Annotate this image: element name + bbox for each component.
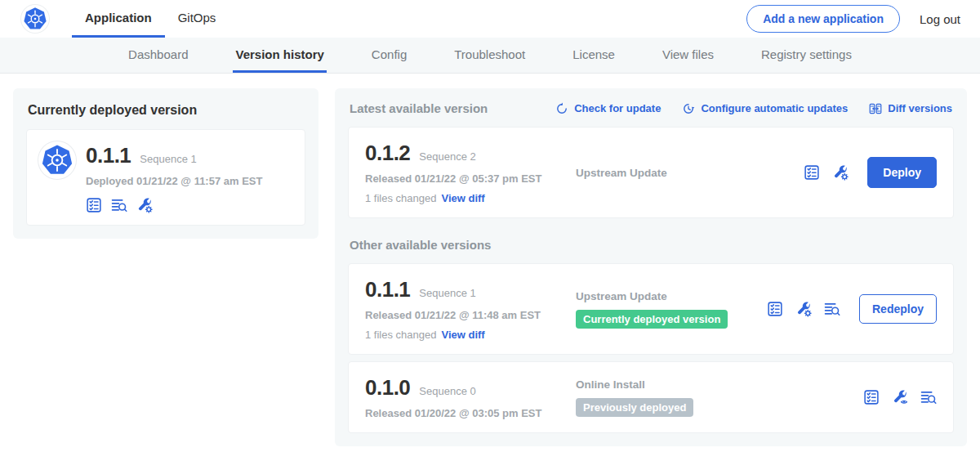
deployed-version-details: 0.1.1 Sequence 1 Deployed 01/21/22 @ 11:… bbox=[86, 141, 262, 213]
other-versions-title: Other available versions bbox=[350, 238, 952, 252]
top-tabs: Application GitOps bbox=[72, 0, 229, 38]
version-details: 0.1.1 Sequence 1 Released 01/21/22 @ 11:… bbox=[365, 277, 576, 341]
version-number: 0.1.0 bbox=[365, 375, 410, 401]
tab-gitops[interactable]: GitOps bbox=[165, 0, 229, 38]
refresh-icon bbox=[555, 102, 568, 115]
kubernetes-logo-icon bbox=[21, 5, 49, 33]
version-card-actions: Redeploy bbox=[767, 294, 937, 324]
kubernetes-app-icon bbox=[38, 141, 76, 179]
version-card: 0.1.0 Sequence 0 Released 01/20/22 @ 03:… bbox=[348, 361, 954, 433]
subnav-item-view-files[interactable]: View files bbox=[660, 38, 716, 73]
files-changed-label: 1 files changed bbox=[365, 192, 436, 204]
main-content: Currently deployed version 0.1.1 Sequenc… bbox=[0, 74, 980, 446]
version-history-panel: Latest available version Check for updat… bbox=[335, 88, 967, 446]
currently-deployed-title: Currently deployed version bbox=[28, 103, 305, 118]
version-released: Released 01/21/22 @ 05:37 pm EST bbox=[365, 172, 576, 185]
version-card-latest: 0.1.2 Sequence 2 Released 01/21/22 @ 05:… bbox=[348, 127, 954, 218]
source-label: Online Install bbox=[576, 378, 863, 391]
preflight-checklist-icon[interactable] bbox=[86, 197, 102, 213]
deployed-version-number: 0.1.1 bbox=[86, 143, 131, 168]
preflight-checklist-icon[interactable] bbox=[863, 389, 880, 405]
header-spacer bbox=[229, 0, 746, 38]
app-header: Application GitOps Add a new application… bbox=[0, 0, 980, 38]
currently-deployed-badge: Currently deployed version bbox=[576, 310, 728, 329]
tab-application[interactable]: Application bbox=[72, 0, 165, 38]
subnav-item-version-history[interactable]: Version history bbox=[233, 38, 326, 73]
version-number: 0.1.1 bbox=[365, 277, 410, 302]
version-card-actions: Deploy bbox=[804, 157, 937, 188]
tab-application-label: Application bbox=[85, 11, 152, 25]
files-changed-label: 1 files changed bbox=[365, 329, 436, 341]
view-config-icon[interactable] bbox=[892, 389, 908, 405]
previously-deployed-badge: Previously deployed bbox=[576, 398, 693, 417]
edit-config-icon[interactable] bbox=[795, 301, 812, 317]
view-diff-link[interactable]: View diff bbox=[441, 329, 484, 341]
deployed-version-card: 0.1.1 Sequence 1 Deployed 01/21/22 @ 11:… bbox=[26, 129, 305, 226]
preflight-checklist-icon[interactable] bbox=[804, 164, 820, 181]
subnav-item-troubleshoot[interactable]: Troubleshoot bbox=[452, 38, 528, 73]
deployed-actions bbox=[86, 197, 262, 213]
app-subnav: Dashboard Version history Config Trouble… bbox=[0, 38, 980, 74]
check-for-update-label: Check for update bbox=[574, 102, 661, 114]
latest-version-title: Latest available version bbox=[350, 101, 488, 115]
diff-icon bbox=[869, 102, 882, 115]
version-source: Online Install Previously deployed bbox=[576, 378, 863, 417]
view-diff-link[interactable]: View diff bbox=[441, 192, 484, 204]
subnav-item-dashboard[interactable]: Dashboard bbox=[126, 38, 190, 73]
auto-update-icon bbox=[682, 102, 695, 115]
version-source: Upstream Update bbox=[576, 167, 804, 179]
version-card-actions bbox=[863, 389, 937, 405]
version-released: Released 01/21/22 @ 11:48 am EST bbox=[365, 309, 576, 321]
subnav-item-license[interactable]: License bbox=[570, 38, 617, 73]
version-source: Upstream Update Currently deployed versi… bbox=[576, 290, 767, 329]
logout-link[interactable]: Log out bbox=[920, 12, 960, 26]
version-details: 0.1.2 Sequence 2 Released 01/21/22 @ 05:… bbox=[365, 141, 576, 204]
version-released: Released 01/20/22 @ 03:05 pm EST bbox=[365, 407, 576, 419]
deploy-logs-icon[interactable] bbox=[824, 301, 840, 317]
deploy-logs-icon[interactable] bbox=[111, 197, 127, 213]
deploy-button[interactable]: Deploy bbox=[867, 157, 937, 188]
diff-versions-link[interactable]: Diff versions bbox=[869, 102, 952, 115]
deployed-timestamp: Deployed 01/21/22 @ 11:57 am EST bbox=[86, 175, 262, 187]
configure-automatic-updates-label: Configure automatic updates bbox=[701, 102, 848, 114]
version-sequence: Sequence 1 bbox=[419, 287, 475, 299]
version-sequence: Sequence 2 bbox=[419, 150, 475, 163]
source-label: Upstream Update bbox=[576, 167, 804, 179]
edit-config-icon[interactable] bbox=[832, 164, 849, 181]
currently-deployed-panel: Currently deployed version 0.1.1 Sequenc… bbox=[13, 88, 318, 239]
subnav-item-config[interactable]: Config bbox=[369, 38, 409, 73]
version-actions: Check for update Configure automatic upd… bbox=[555, 102, 952, 115]
latest-version-header: Latest available version Check for updat… bbox=[350, 101, 952, 115]
preflight-checklist-icon[interactable] bbox=[767, 301, 783, 317]
configure-automatic-updates-link[interactable]: Configure automatic updates bbox=[682, 102, 848, 115]
version-number: 0.1.2 bbox=[365, 141, 410, 166]
version-card: 0.1.1 Sequence 1 Released 01/21/22 @ 11:… bbox=[348, 263, 954, 355]
version-sequence: Sequence 0 bbox=[419, 385, 475, 397]
source-label: Upstream Update bbox=[576, 290, 767, 302]
deployed-sequence: Sequence 1 bbox=[140, 153, 196, 165]
kots-admin-console: Application GitOps Add a new application… bbox=[0, 0, 980, 461]
check-for-update-link[interactable]: Check for update bbox=[555, 102, 661, 115]
version-details: 0.1.0 Sequence 0 Released 01/20/22 @ 03:… bbox=[365, 375, 576, 419]
deploy-logs-icon[interactable] bbox=[920, 389, 937, 405]
subnav-item-registry-settings[interactable]: Registry settings bbox=[759, 38, 854, 73]
tab-gitops-label: GitOps bbox=[178, 11, 216, 25]
diff-versions-label: Diff versions bbox=[888, 102, 952, 114]
edit-config-icon[interactable] bbox=[136, 197, 153, 213]
redeploy-button[interactable]: Redeploy bbox=[859, 294, 937, 324]
add-new-application-button[interactable]: Add a new application bbox=[746, 5, 900, 33]
